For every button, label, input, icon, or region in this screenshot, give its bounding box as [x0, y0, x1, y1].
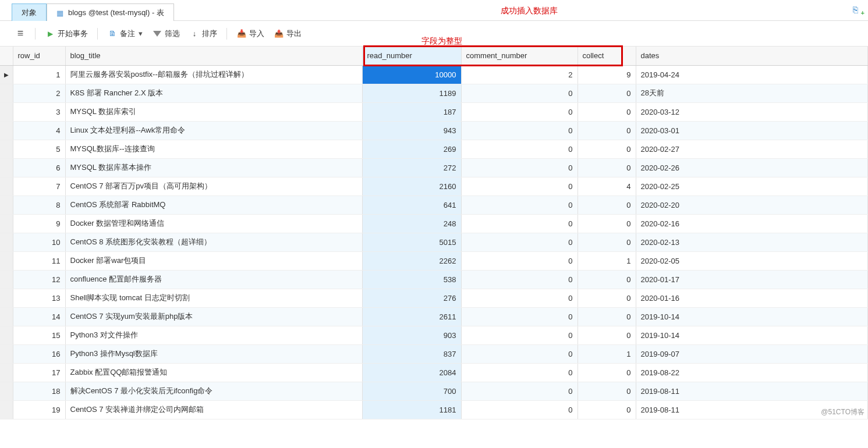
cell-comment-number[interactable]: 0 — [461, 140, 578, 158]
cell-read-number[interactable]: 5015 — [362, 233, 461, 251]
cell-row-id[interactable]: 5 — [13, 140, 65, 158]
cell-collect[interactable]: 0 — [578, 400, 636, 419]
cell-row-id[interactable]: 16 — [13, 344, 65, 363]
cell-blog-title[interactable]: MYSQL数据库--连接查询 — [65, 140, 362, 158]
cell-read-number[interactable]: 837 — [362, 344, 461, 363]
cell-read-number[interactable]: 943 — [362, 121, 461, 140]
cell-comment-number[interactable]: 0 — [461, 363, 578, 382]
cell-comment-number[interactable]: 0 — [461, 158, 578, 177]
cell-row-id[interactable]: 19 — [13, 400, 65, 419]
table-row[interactable]: 5MYSQL数据库--连接查询269002020-02-27 — [0, 140, 868, 158]
cell-collect[interactable]: 0 — [578, 102, 636, 121]
cell-dates[interactable]: 2020-02-13 — [636, 233, 868, 251]
cell-blog-title[interactable]: MYSQL 数据库基本操作 — [65, 158, 362, 177]
cell-read-number[interactable]: 187 — [362, 102, 461, 121]
cell-dates[interactable]: 2020-01-16 — [636, 289, 868, 307]
cell-collect[interactable]: 0 — [578, 233, 636, 251]
cell-blog-title[interactable]: Zabbix 配置QQ邮箱报警通知 — [65, 363, 362, 382]
column-header-comment-number[interactable]: comment_number — [461, 47, 578, 65]
cell-dates[interactable]: 2019-08-22 — [636, 363, 868, 382]
cell-comment-number[interactable]: 0 — [461, 233, 578, 251]
cell-collect[interactable]: 0 — [578, 326, 636, 344]
cell-row-id[interactable]: 2 — [13, 84, 65, 102]
cell-collect[interactable]: 0 — [578, 289, 636, 307]
cell-blog-title[interactable]: Docker 数据管理和网络通信 — [65, 214, 362, 233]
cell-comment-number[interactable]: 0 — [461, 307, 578, 326]
cell-read-number[interactable]: 1189 — [362, 84, 461, 102]
cell-row-id[interactable]: 1 — [13, 65, 65, 84]
table-row[interactable]: 14CentOS 7 实现yum安装最新php版本2611002019-10-1… — [0, 307, 868, 326]
export-button[interactable]: 导出 — [270, 26, 305, 41]
new-tab-icon[interactable] — [853, 5, 863, 15]
cell-collect[interactable]: 1 — [578, 251, 636, 270]
cell-dates[interactable]: 2020-02-25 — [636, 177, 868, 195]
cell-blog-title[interactable]: Linux 文本处理利器--Awk常用命令 — [65, 121, 362, 140]
cell-collect[interactable]: 0 — [578, 121, 636, 140]
column-header-row-id[interactable]: row_id — [13, 47, 65, 65]
cell-comment-number[interactable]: 0 — [461, 289, 578, 307]
cell-row-id[interactable]: 4 — [13, 121, 65, 140]
cell-read-number[interactable]: 2611 — [362, 307, 461, 326]
table-row[interactable]: 19CentOS 7 安装禅道并绑定公司内网邮箱1181002019-08-11 — [0, 400, 868, 419]
cell-dates[interactable]: 2020-02-26 — [636, 158, 868, 177]
cell-comment-number[interactable]: 2 — [461, 65, 578, 84]
table-row[interactable]: 1阿里云服务器安装postfix--邮箱服务（排坑过程详解）1000029201… — [0, 65, 868, 84]
cell-row-id[interactable]: 8 — [13, 195, 65, 214]
table-row[interactable]: 16Python3 操作Mysql数据库837012019-09-07 — [0, 344, 868, 363]
cell-dates[interactable]: 2020-01-17 — [636, 270, 868, 289]
cell-comment-number[interactable]: 0 — [461, 400, 578, 419]
table-row[interactable]: 8CentOS 系统部署 RabbitMQ641002020-02-20 — [0, 195, 868, 214]
cell-blog-title[interactable]: confluence 配置邮件服务器 — [65, 270, 362, 289]
cell-row-id[interactable]: 15 — [13, 326, 65, 344]
table-row[interactable]: 4Linux 文本处理利器--Awk常用命令943002020-03-01 — [0, 121, 868, 140]
table-row[interactable]: 6MYSQL 数据库基本操作272002020-02-26 — [0, 158, 868, 177]
cell-read-number[interactable]: 2160 — [362, 177, 461, 195]
cell-read-number[interactable]: 641 — [362, 195, 461, 214]
column-header-blog-title[interactable]: blog_title — [65, 47, 362, 65]
menu-button[interactable] — [12, 26, 29, 41]
cell-collect[interactable]: 0 — [578, 195, 636, 214]
cell-dates[interactable]: 2019-10-14 — [636, 307, 868, 326]
cell-read-number[interactable]: 1181 — [362, 400, 461, 419]
table-row[interactable]: 7CentOS 7 部署百万pv项目（高可用架构）2160042020-02-2… — [0, 177, 868, 195]
cell-collect[interactable]: 0 — [578, 382, 636, 400]
cell-blog-title[interactable]: 阿里云服务器安装postfix--邮箱服务（排坑过程详解） — [65, 65, 362, 84]
table-row[interactable]: 11Docker 部署war包项目2262012020-02-05 — [0, 251, 868, 270]
cell-row-id[interactable]: 13 — [13, 289, 65, 307]
table-row[interactable]: 12confluence 配置邮件服务器538002020-01-17 — [0, 270, 868, 289]
import-button[interactable]: 导入 — [233, 26, 268, 41]
cell-read-number[interactable]: 269 — [362, 140, 461, 158]
cell-dates[interactable]: 2019-08-11 — [636, 400, 868, 419]
cell-row-id[interactable]: 17 — [13, 363, 65, 382]
cell-row-id[interactable]: 18 — [13, 382, 65, 400]
cell-read-number[interactable]: 272 — [362, 158, 461, 177]
cell-dates[interactable]: 2019-08-11 — [636, 382, 868, 400]
cell-blog-title[interactable]: Shell脚本实现 tomcat 日志定时切割 — [65, 289, 362, 307]
cell-blog-title[interactable]: Python3 对文件操作 — [65, 326, 362, 344]
cell-read-number[interactable]: 2262 — [362, 251, 461, 270]
cell-row-id[interactable]: 7 — [13, 177, 65, 195]
cell-row-id[interactable]: 11 — [13, 251, 65, 270]
table-row[interactable]: 9Docker 数据管理和网络通信248002020-02-16 — [0, 214, 868, 233]
table-row[interactable]: 13Shell脚本实现 tomcat 日志定时切割276002020-01-16 — [0, 289, 868, 307]
cell-blog-title[interactable]: 解决CentOS 7 最小化安装后无ifconfig命令 — [65, 382, 362, 400]
cell-comment-number[interactable]: 0 — [461, 382, 578, 400]
cell-collect[interactable]: 0 — [578, 158, 636, 177]
table-row[interactable]: 2K8S 部署 Rancher 2.X 版本11890028天前 — [0, 84, 868, 102]
cell-blog-title[interactable]: CentOS 7 部署百万pv项目（高可用架构） — [65, 177, 362, 195]
cell-blog-title[interactable]: MYSQL 数据库索引 — [65, 102, 362, 121]
cell-dates[interactable]: 28天前 — [636, 84, 868, 102]
table-row[interactable]: 18解决CentOS 7 最小化安装后无ifconfig命令700002019-… — [0, 382, 868, 400]
cell-collect[interactable]: 0 — [578, 214, 636, 233]
cell-comment-number[interactable]: 0 — [461, 84, 578, 102]
cell-collect[interactable]: 0 — [578, 84, 636, 102]
cell-row-id[interactable]: 14 — [13, 307, 65, 326]
column-header-read-number[interactable]: read_number — [362, 47, 461, 65]
cell-dates[interactable]: 2019-04-24 — [636, 65, 868, 84]
cell-read-number[interactable]: 276 — [362, 289, 461, 307]
cell-blog-title[interactable]: CentOS 7 实现yum安装最新php版本 — [65, 307, 362, 326]
cell-comment-number[interactable]: 0 — [461, 270, 578, 289]
cell-blog-title[interactable]: Python3 操作Mysql数据库 — [65, 344, 362, 363]
column-header-marker[interactable] — [0, 47, 13, 65]
cell-row-id[interactable]: 10 — [13, 233, 65, 251]
